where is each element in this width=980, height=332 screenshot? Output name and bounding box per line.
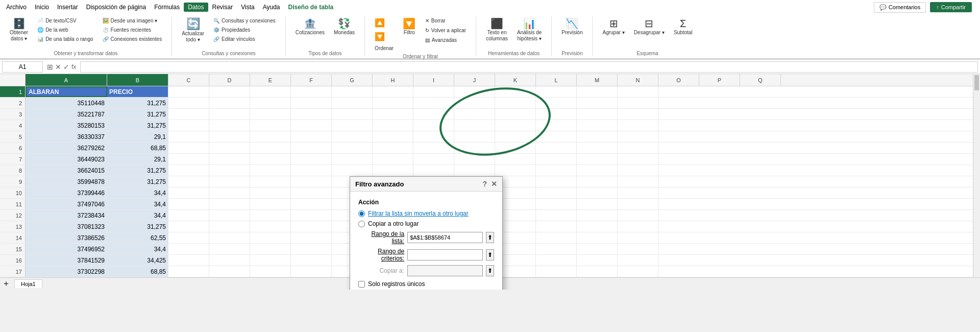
cell-L1[interactable] (536, 86, 577, 97)
cell-F6[interactable] (291, 143, 332, 153)
cell-B17[interactable]: 68,85 (107, 266, 168, 277)
cell-E17[interactable] (250, 266, 291, 277)
cell-C4[interactable] (168, 120, 209, 131)
cell-C17[interactable] (168, 266, 209, 277)
cell-M6[interactable] (577, 143, 618, 153)
cell-B11[interactable]: 34,4 (107, 199, 168, 209)
copiar-a-input[interactable] (407, 265, 483, 276)
cell-L16[interactable] (536, 255, 577, 266)
cell-A15[interactable]: 37496952 (26, 244, 107, 254)
v-scrollbar[interactable] (973, 74, 980, 277)
cell-M12[interactable] (577, 210, 618, 221)
cell-C12[interactable] (168, 210, 209, 221)
cell-G4[interactable] (332, 120, 373, 131)
expand-icon[interactable]: ⊞ (47, 63, 53, 71)
cell-L11[interactable] (536, 199, 577, 209)
cell-A3[interactable]: 35221787 (26, 109, 107, 120)
cell-A17[interactable]: 37302298 (26, 266, 107, 277)
menu-archivo[interactable]: Archivo (2, 3, 31, 12)
cell-K4[interactable] (495, 120, 536, 131)
cell-M3[interactable] (577, 109, 618, 120)
cell-H5[interactable] (373, 131, 413, 142)
cell-A14[interactable]: 37386526 (26, 232, 107, 243)
cell-F10[interactable] (291, 187, 332, 198)
cell-E7[interactable] (250, 154, 291, 164)
col-header-D[interactable]: D (209, 74, 250, 86)
cell-I8[interactable] (413, 165, 454, 176)
btn-subtotal[interactable]: Σ Subtotal (670, 16, 696, 38)
cell-F12[interactable] (291, 210, 332, 221)
cell-N7[interactable] (618, 154, 658, 164)
cell-A1[interactable]: ALBARAN (26, 86, 107, 97)
col-header-N[interactable]: N (618, 74, 658, 86)
cell-C6[interactable] (168, 143, 209, 153)
cell-D14[interactable] (209, 232, 250, 243)
cell-C3[interactable] (168, 109, 209, 120)
cell-F13[interactable] (291, 221, 332, 232)
cell-H6[interactable] (373, 143, 413, 153)
cell-K8[interactable] (495, 165, 536, 176)
cell-F16[interactable] (291, 255, 332, 266)
col-header-P[interactable]: P (699, 74, 740, 86)
menu-datos[interactable]: Datos (184, 3, 208, 12)
btn-cotizaciones[interactable]: 🏦 Cotizaciones (292, 16, 328, 38)
cell-N1[interactable] (618, 86, 658, 97)
cell-D6[interactable] (209, 143, 250, 153)
cell-F15[interactable] (291, 244, 332, 254)
cell-G1[interactable] (332, 86, 373, 97)
cell-G2[interactable] (332, 98, 373, 108)
cell-M7[interactable] (577, 154, 618, 164)
cell-N10[interactable] (618, 187, 658, 198)
cell-B15[interactable]: 34,4 (107, 244, 168, 254)
col-header-H[interactable]: H (373, 74, 413, 86)
cell-E15[interactable] (250, 244, 291, 254)
cell-B12[interactable]: 34,4 (107, 210, 168, 221)
add-sheet-button[interactable]: ＋ (2, 278, 10, 289)
cell-L6[interactable] (536, 143, 577, 153)
cell-I4[interactable] (413, 120, 454, 131)
cancel-formula-icon[interactable]: ✕ (55, 63, 61, 71)
rango-criterios-input[interactable] (407, 249, 483, 260)
cell-M4[interactable] (577, 120, 618, 131)
cell-D9[interactable] (209, 176, 250, 187)
cell-B14[interactable]: 62,55 (107, 232, 168, 243)
cell-C2[interactable] (168, 98, 209, 108)
cell-K1[interactable] (495, 86, 536, 97)
cell-I7[interactable] (413, 154, 454, 164)
cell-I6[interactable] (413, 143, 454, 153)
cell-B7[interactable]: 29,1 (107, 154, 168, 164)
col-header-L[interactable]: L (536, 74, 577, 86)
cell-L8[interactable] (536, 165, 577, 176)
cell-C11[interactable] (168, 199, 209, 209)
cell-L3[interactable] (536, 109, 577, 120)
menu-ayuda[interactable]: Ayuda (259, 3, 284, 12)
dialog-close-icon[interactable]: ✕ (491, 180, 497, 188)
cell-F14[interactable] (291, 232, 332, 243)
radio-filtrar-input[interactable] (358, 210, 365, 217)
col-header-A[interactable]: A (26, 74, 107, 86)
btn-texto-columnas[interactable]: ⬛ Texto encolumnas (482, 16, 511, 44)
cell-M1[interactable] (577, 86, 618, 97)
cell-D1[interactable] (209, 86, 250, 97)
cell-E8[interactable] (250, 165, 291, 176)
cell-N5[interactable] (618, 131, 658, 142)
btn-prevision[interactable]: 📉 Previsión (558, 16, 586, 38)
cell-H4[interactable] (373, 120, 413, 131)
cell-B9[interactable]: 31,275 (107, 176, 168, 187)
cell-J3[interactable] (454, 109, 495, 120)
cell-I1[interactable] (413, 86, 454, 97)
btn-volver-aplicar[interactable]: ↻ Volver a aplicar (422, 26, 470, 35)
col-header-E[interactable]: E (250, 74, 291, 86)
dialog-help-icon[interactable]: ? (482, 180, 487, 188)
cell-F3[interactable] (291, 109, 332, 120)
cell-C15[interactable] (168, 244, 209, 254)
btn-propiedades[interactable]: ⚙️ Propiedades (210, 26, 279, 34)
col-header-C[interactable]: C (168, 74, 209, 86)
cell-C9[interactable] (168, 176, 209, 187)
col-header-J[interactable]: J (454, 74, 495, 86)
cell-H1[interactable] (373, 86, 413, 97)
cell-A11[interactable]: 37497046 (26, 199, 107, 209)
cell-A2[interactable]: 35110448 (26, 98, 107, 108)
cell-L5[interactable] (536, 131, 577, 142)
cell-M8[interactable] (577, 165, 618, 176)
